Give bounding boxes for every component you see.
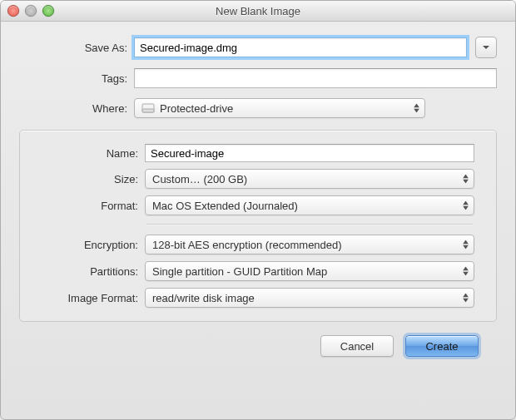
popup-arrows-icon xyxy=(414,104,419,113)
row-image-format: Image Format: read/write disk image xyxy=(22,288,483,308)
cancel-button[interactable]: Cancel xyxy=(320,335,394,357)
format-value: Mac OS Extended (Journaled) xyxy=(152,200,298,212)
popup-arrows-icon xyxy=(463,175,469,184)
dialog-window: New Blank Image Save As: Tags: Where: Pr… xyxy=(0,0,516,420)
label-where: Where: xyxy=(19,102,134,115)
partitions-value: Single partition - GUID Partition Map xyxy=(152,265,327,278)
row-where: Where: Protected-drive xyxy=(19,98,497,118)
save-as-input[interactable] xyxy=(134,37,467,57)
row-tags: Tags: xyxy=(19,68,497,88)
options-panel: Name: Size: Custom… (200 GB) Format: Mac… xyxy=(19,130,497,322)
label-partitions: Partitions: xyxy=(22,265,145,278)
separator xyxy=(146,224,473,225)
dialog-body: Save As: Tags: Where: Protected-drive xyxy=(1,22,515,368)
chevron-down-icon xyxy=(482,43,490,52)
svg-rect-1 xyxy=(142,109,154,112)
size-value: Custom… (200 GB) xyxy=(152,173,247,185)
row-save-as: Save As: xyxy=(19,37,497,58)
tags-input[interactable] xyxy=(134,68,497,88)
row-size: Size: Custom… (200 GB) xyxy=(22,169,483,189)
image-format-value: read/write disk image xyxy=(152,292,255,304)
popup-arrows-icon xyxy=(463,294,469,303)
dialog-footer: Cancel Create xyxy=(19,322,497,357)
size-popup[interactable]: Custom… (200 GB) xyxy=(145,169,474,189)
create-button[interactable]: Create xyxy=(405,335,479,357)
encryption-popup[interactable]: 128-bit AES encryption (recommended) xyxy=(145,235,474,254)
row-format: Format: Mac OS Extended (Journaled) xyxy=(22,195,483,215)
window-controls xyxy=(7,5,54,17)
partitions-popup[interactable]: Single partition - GUID Partition Map xyxy=(145,261,474,281)
where-popup[interactable]: Protected-drive xyxy=(134,98,425,118)
image-format-popup[interactable]: read/write disk image xyxy=(145,288,474,308)
row-name: Name: xyxy=(22,144,483,162)
encryption-value: 128-bit AES encryption (recommended) xyxy=(152,239,342,251)
label-encryption: Encryption: xyxy=(22,239,145,251)
label-tags: Tags: xyxy=(19,72,134,85)
zoom-icon[interactable] xyxy=(42,5,54,17)
format-popup[interactable]: Mac OS Extended (Journaled) xyxy=(145,195,474,215)
close-icon[interactable] xyxy=(7,5,19,17)
popup-arrows-icon xyxy=(463,240,469,250)
label-size: Size: xyxy=(22,173,145,185)
label-format: Format: xyxy=(22,200,145,212)
row-partitions: Partitions: Single partition - GUID Part… xyxy=(22,261,483,281)
minimize-icon xyxy=(25,5,37,17)
popup-arrows-icon xyxy=(463,201,469,210)
popup-arrows-icon xyxy=(463,267,469,276)
disk-icon xyxy=(141,101,155,115)
label-save-as: Save As: xyxy=(19,42,134,54)
label-name: Name: xyxy=(22,147,145,160)
expand-save-panel-button[interactable] xyxy=(475,37,497,58)
label-image-format: Image Format: xyxy=(22,292,145,304)
where-value: Protected-drive xyxy=(160,102,233,115)
row-encryption: Encryption: 128-bit AES encryption (reco… xyxy=(22,235,483,254)
window-title: New Blank Image xyxy=(216,5,300,17)
name-input[interactable] xyxy=(145,144,474,162)
titlebar: New Blank Image xyxy=(1,1,515,22)
